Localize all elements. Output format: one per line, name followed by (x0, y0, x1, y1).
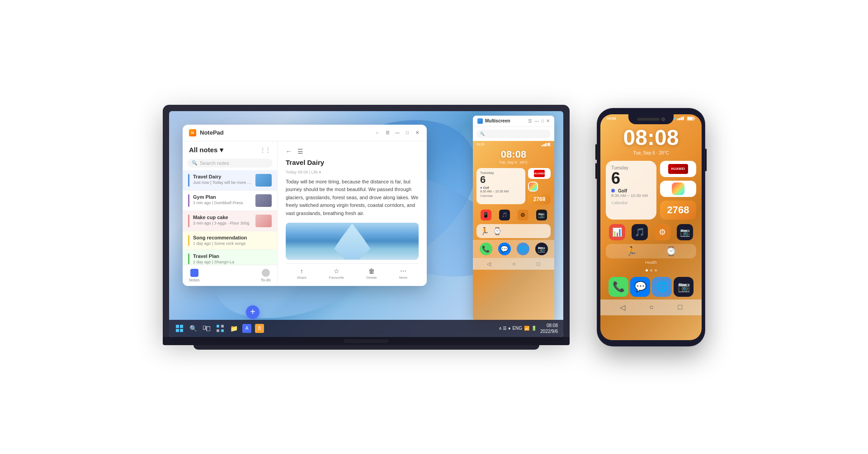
multiscreen-window[interactable]: Multiscreen ☰ — □ ✕ 🔍 (473, 116, 554, 322)
phone-app-camera[interactable]: 📷 (677, 224, 693, 240)
notepad-window[interactable]: N NotePad ← ☰ — □ ✕ (183, 125, 427, 286)
mini-app-2[interactable]: 🎵 (499, 210, 510, 220)
phone-screen: 09:08 ◉ 08:08 Tue, Sep 6 · 28°C Tuesday … (600, 114, 702, 340)
phone-huawei-widget[interactable]: HUAWEI (660, 161, 696, 177)
tab-notes[interactable]: Notes (189, 269, 200, 282)
phone-watch-icon[interactable]: ⌚ (665, 246, 677, 257)
phone-bottom-camera[interactable]: 📷 (674, 277, 693, 297)
taskbar-clock[interactable]: 08:08 2022/9/6 (540, 323, 558, 334)
phone-calendar-widget[interactable]: Tuesday 6 Golf 8:30 AM – 10:30 AM Calend… (606, 161, 656, 220)
mini-app-4[interactable]: 📷 (536, 210, 547, 220)
multiscreen-maximize-icon[interactable]: □ (541, 118, 544, 123)
mini-app-3[interactable]: ⚙ (518, 210, 528, 220)
more-button[interactable]: ⋯ More (399, 267, 407, 280)
mini-cal-label: Calendar (480, 194, 522, 197)
back-icon[interactable]: ← (286, 148, 292, 155)
back-button[interactable]: ← (374, 130, 381, 136)
folder-icon[interactable]: 📁 (229, 323, 239, 333)
mini-app-1[interactable]: 📱 (481, 210, 491, 220)
phone-bottom-apps: 📞 💬 🌐 📷 (600, 273, 702, 300)
note-item-4[interactable]: Song recommendation 1 day ago | Some roc… (183, 231, 277, 250)
sidebar-options-icon[interactable]: ⋮⋮ (260, 147, 271, 153)
battery-icon: 🔋 (531, 326, 537, 331)
multiscreen-minimize-icon[interactable]: — (534, 118, 539, 123)
mini-steps-widget[interactable]: 2768 (528, 194, 551, 204)
mini-bottom-phone[interactable]: 📞 (480, 243, 492, 255)
mini-bottom-bar: 📞 💬 🌐 📷 (473, 240, 554, 258)
mini-health-widget[interactable]: 🏃 ⌚ (476, 224, 551, 238)
phone-nav-bar: ◁ ○ □ (600, 300, 702, 315)
mini-home-btn[interactable]: ○ (512, 261, 515, 267)
mini-event-name: Golf (483, 186, 489, 189)
multiscreen-close-icon[interactable]: ✕ (546, 118, 550, 123)
mini-cal-day: Tuesday (480, 171, 522, 175)
maximize-button[interactable]: □ (404, 130, 410, 136)
share-button[interactable]: ↑ Share (297, 267, 307, 280)
phone-app-office[interactable]: 📊 (609, 224, 625, 240)
phone-bottom-browser[interactable]: 🌐 (652, 277, 672, 297)
mini-bottom-msg[interactable]: 💬 (498, 243, 511, 255)
search-taskbar-icon[interactable]: 🔍 (188, 323, 198, 333)
phone-gallery-widget[interactable] (660, 181, 696, 197)
note-preview-1: Just now | Today will be more tiring, be… (193, 180, 252, 185)
phone-status-right: ◉ (673, 117, 695, 121)
mini-calendar-widget[interactable]: Tuesday 6 ● Golf 8:30 AM – 10:30 AM Cale… (476, 168, 525, 204)
phone-bottom-message[interactable]: 💬 (630, 277, 650, 297)
phone-vol-up-button[interactable] (595, 144, 597, 160)
phone-notch (628, 114, 674, 124)
multiscreen-menu-icon[interactable]: ☰ (528, 118, 532, 123)
svg-rect-10 (207, 327, 210, 331)
laptop-hinge (344, 339, 389, 343)
windows-start-icon[interactable] (175, 323, 184, 333)
note-item-3[interactable]: Make cup cake 3 min ago | 3 eggs · Flour… (183, 211, 277, 231)
all-notes-title[interactable]: All notes ▾ (189, 146, 223, 154)
note-preview-2: 3 min ago | Dumbbell Press (193, 201, 252, 205)
note-thumb-1 (255, 174, 272, 187)
mini-huawei-widget[interactable]: HUAWEI (528, 168, 551, 179)
phone-status-time: 09:08 (607, 117, 616, 121)
phone-bottom-phone[interactable]: 📞 (609, 277, 628, 297)
phone-app-music[interactable]: 🎵 (632, 224, 648, 240)
detail-toolbar: ↑ Share ☆ Favourite 🗑 Delete (286, 263, 419, 280)
mini-bottom-browser[interactable]: 🌐 (517, 243, 529, 255)
fab-add-button[interactable]: + (246, 305, 259, 319)
menu-button[interactable]: ☰ (384, 130, 391, 136)
phone-vol-down-button[interactable] (595, 163, 597, 179)
mini-bottom-camera[interactable]: 📷 (535, 243, 548, 255)
phone-steps-widget[interactable]: 2768 (660, 201, 696, 220)
laptop: N NotePad ← ☰ — □ ✕ (163, 105, 570, 350)
favourite-button[interactable]: ☆ Favourite (329, 267, 344, 280)
mini-widget-right: HUAWEI 2768 (528, 168, 551, 204)
minimize-button[interactable]: — (394, 130, 401, 136)
phone-power-button[interactable] (705, 149, 707, 171)
close-button[interactable]: ✕ (414, 130, 420, 136)
iceberg-image (334, 224, 370, 260)
tab-to-do[interactable]: To-do (260, 269, 271, 282)
delete-button[interactable]: 🗑 Delete (366, 267, 377, 280)
phone-back-btn[interactable]: ◁ (620, 303, 625, 312)
note-item-content-5: Travel Plan 2 day ago | Shangri-La (193, 253, 272, 264)
note-thumb-2 (255, 194, 272, 207)
phone-health-icon[interactable]: 🏃 (626, 246, 637, 257)
search-box[interactable]: 🔍 Search notes (187, 159, 273, 168)
app2-icon[interactable]: B (255, 324, 264, 333)
multiscreen-title: Multiscreen (485, 118, 510, 123)
phone-recents-btn[interactable]: □ (678, 303, 683, 312)
mini-gallery-widget[interactable] (528, 182, 538, 192)
mini-recents-btn[interactable]: □ (537, 261, 540, 267)
mini-back-btn[interactable]: ◁ (487, 261, 491, 267)
note-item-1[interactable]: Travel Dairy Just now | Today will be mo… (183, 170, 277, 191)
menu-icon[interactable]: ☰ (297, 148, 303, 155)
taskview-icon[interactable] (202, 323, 212, 333)
note-item-5[interactable]: Travel Plan 2 day ago | Shangri-La (183, 250, 277, 265)
note-item-2[interactable]: Gym Plan 3 min ago | Dumbbell Press (183, 191, 277, 211)
phone-app-settings[interactable]: ⚙ (654, 224, 670, 240)
app1-icon[interactable]: A (242, 324, 251, 333)
notepad-detail: ← ☰ Travel Dairy Today 08:08 | Life ♦ To… (278, 141, 427, 286)
phone-gallery-icon (672, 183, 684, 195)
svg-rect-9 (203, 326, 206, 329)
phone-home-btn[interactable]: ○ (649, 303, 654, 312)
multiscreen-search[interactable]: 🔍 (476, 130, 551, 138)
phone-event-time: 8:30 AM – 10:30 AM (611, 193, 651, 198)
widgets-icon[interactable] (215, 323, 225, 333)
